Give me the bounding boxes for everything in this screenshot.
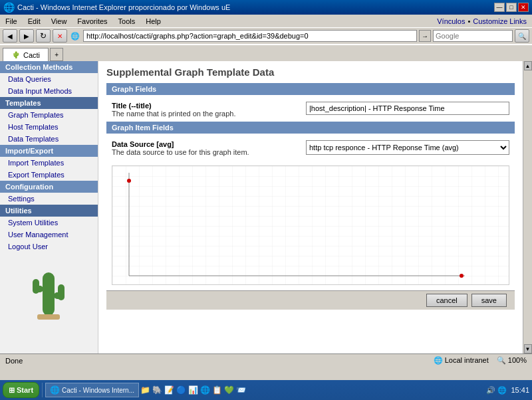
- stop-button[interactable]: ✕: [53, 29, 67, 43]
- sidebar-section-import-export[interactable]: Import/Export: [0, 145, 98, 157]
- sidebar-item-host-templates[interactable]: Host Templates: [0, 121, 98, 133]
- svg-point-9: [127, 179, 131, 183]
- taskbar-icon-5[interactable]: 📊: [188, 385, 199, 395]
- page-title: Supplemental Graph Template Data: [106, 66, 515, 78]
- taskbar-icon-9[interactable]: 📨: [236, 385, 247, 395]
- taskbar-icon-8[interactable]: 💚: [224, 385, 235, 395]
- vinculos-link[interactable]: Vínculos: [437, 17, 465, 25]
- menu-file[interactable]: File: [0, 16, 23, 27]
- taskbar-icon-7[interactable]: 📋: [212, 385, 223, 395]
- data-source-field-row: Data Source [avg] The data source to use…: [106, 136, 515, 160]
- taskbar-icon-1[interactable]: 📁: [140, 385, 151, 395]
- ie-icon: 🌐: [50, 385, 60, 395]
- sidebar-item-data-input-methods[interactable]: Data Input Methods: [0, 85, 98, 97]
- menu-tools[interactable]: Tools: [113, 16, 141, 27]
- address-bar: ◀ ▶ ↻ ✕ 🌐 → 🔍: [0, 28, 532, 45]
- windows-icon: ⊞: [9, 386, 15, 395]
- new-tab-button[interactable]: +: [50, 48, 63, 61]
- title-text: Cacti - Windows Internet Explorer propor…: [17, 3, 230, 11]
- menu-bar: File Edit View Favorites Tools Help Vínc…: [0, 15, 532, 28]
- start-button[interactable]: ⊞ Start: [3, 382, 39, 398]
- title-field-input[interactable]: [306, 102, 509, 115]
- sidebar-item-data-templates[interactable]: Data Templates: [0, 133, 98, 145]
- scroll-up-button[interactable]: ▲: [524, 61, 532, 70]
- forward-button[interactable]: ▶: [19, 29, 34, 43]
- menu-favorites[interactable]: Favorites: [72, 16, 112, 27]
- status-bar: Done 🌐 Local intranet 🔍 100%: [0, 353, 532, 367]
- sidebar-item-graph-templates[interactable]: Graph Templates: [0, 109, 98, 121]
- tab-cacti[interactable]: 🌵 Cacti: [3, 48, 49, 61]
- customize-links[interactable]: Customize Links: [473, 17, 527, 25]
- refresh-button[interactable]: ↻: [36, 29, 51, 43]
- action-buttons-bar: cancel save: [106, 290, 515, 310]
- taskbar-icon-6[interactable]: 🌐: [200, 385, 211, 395]
- menu-edit[interactable]: Edit: [23, 16, 46, 27]
- title-bar: 🌐 Cacti - Windows Internet Explorer prop…: [0, 0, 532, 15]
- maximize-button[interactable]: □: [506, 3, 517, 12]
- scrollbar[interactable]: ▲ ▼: [523, 61, 532, 353]
- search-button[interactable]: 🔍: [515, 29, 529, 43]
- title-field-label: Title (--title): [112, 102, 298, 110]
- title-field-row: Title (--title) The name that is printed…: [106, 98, 515, 122]
- svg-rect-5: [37, 314, 60, 320]
- graph-fields-header: Graph Fields: [106, 83, 515, 95]
- sidebar-item-logout-user[interactable]: Logout User: [0, 241, 98, 252]
- cancel-button[interactable]: cancel: [426, 294, 467, 307]
- windows-taskbar: ⊞ Start 🌐 Cacti - Windows Intern... 📁 🐘 …: [0, 380, 532, 400]
- sidebar-section-templates[interactable]: Templates: [0, 97, 98, 109]
- taskbar-sys-icons: 🔊 🌐: [486, 386, 507, 395]
- svg-rect-0: [43, 272, 55, 316]
- close-button[interactable]: ✕: [518, 3, 529, 12]
- sidebar: Collection Methods Data Queries Data Inp…: [0, 61, 98, 353]
- sidebar-item-import-templates[interactable]: Import Templates: [0, 157, 98, 169]
- graph-preview: [112, 165, 509, 285]
- sidebar-item-system-utilities[interactable]: System Utilities: [0, 217, 98, 229]
- address-input[interactable]: [83, 30, 417, 42]
- back-button[interactable]: ◀: [3, 29, 17, 43]
- search-input[interactable]: [433, 30, 513, 42]
- svg-rect-4: [58, 284, 65, 300]
- cactus-graphic: [0, 252, 98, 332]
- save-button[interactable]: save: [471, 294, 507, 307]
- taskbar-icon-3[interactable]: 📝: [164, 385, 175, 395]
- menu-view[interactable]: View: [46, 16, 72, 27]
- taskbar-time: 15:41: [511, 386, 529, 394]
- zone-indicator: 🌐 Local intranet: [434, 356, 489, 365]
- minimize-button[interactable]: —: [494, 3, 505, 12]
- svg-point-10: [460, 274, 464, 278]
- taskbar-ie-button[interactable]: 🌐 Cacti - Windows Intern...: [45, 383, 139, 397]
- tabs-bar: 🌵 Cacti +: [0, 45, 532, 61]
- sidebar-item-user-management[interactable]: User Management: [0, 229, 98, 241]
- data-source-select[interactable]: http tcp responce - HTTP Reponse Time (a…: [306, 140, 509, 155]
- sidebar-item-settings[interactable]: Settings: [0, 193, 98, 205]
- sidebar-section-collection-methods[interactable]: Collection Methods: [0, 61, 98, 73]
- taskbar-icon-2[interactable]: 🐘: [152, 385, 163, 395]
- svg-rect-6: [112, 166, 509, 284]
- content-area: Supplemental Graph Template Data Graph F…: [98, 61, 523, 353]
- scroll-down-button[interactable]: ▼: [524, 344, 532, 353]
- data-source-field-desc: The data source to use for this graph it…: [112, 148, 298, 156]
- title-field-desc: The name that is printed on the graph.: [112, 110, 298, 118]
- sidebar-section-configuration[interactable]: Configuration: [0, 181, 98, 193]
- taskbar-icon-4[interactable]: 🔵: [176, 385, 187, 395]
- svg-rect-2: [33, 279, 39, 294]
- graph-item-fields-header: Graph Item Fields: [106, 122, 515, 134]
- sidebar-section-utilities[interactable]: Utilities: [0, 205, 98, 217]
- data-source-field-label: Data Source [avg]: [112, 140, 298, 148]
- tab-label: Cacti: [23, 51, 40, 59]
- go-button[interactable]: →: [419, 30, 431, 42]
- status-text: Done: [5, 357, 23, 365]
- zoom-level: 🔍 100%: [497, 356, 527, 365]
- menu-help[interactable]: Help: [140, 16, 166, 27]
- sidebar-item-data-queries[interactable]: Data Queries: [0, 73, 98, 85]
- tab-favicon: 🌵: [11, 50, 21, 60]
- graph-svg: [112, 166, 509, 284]
- sidebar-item-export-templates[interactable]: Export Templates: [0, 169, 98, 181]
